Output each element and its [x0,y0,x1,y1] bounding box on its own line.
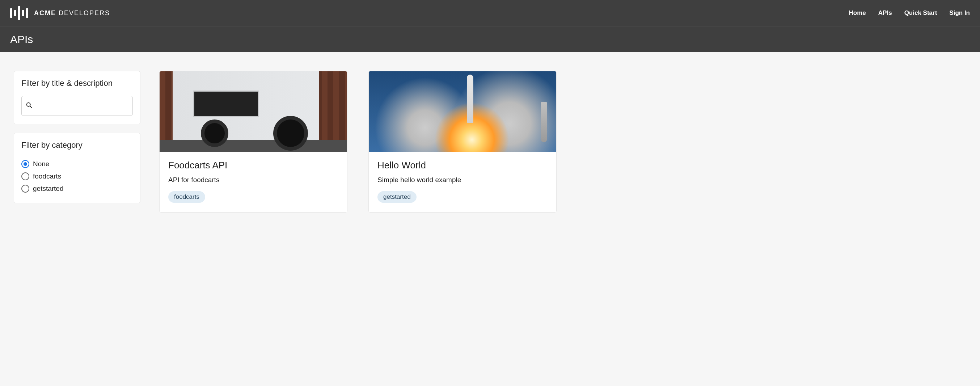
filter-search-panel: Filter by title & description [14,71,140,124]
card-thumb [160,71,347,152]
category-option-getstarted[interactable]: getstarted [21,182,133,195]
card-description: API for foodcarts [168,176,338,184]
filter-category-heading: Filter by category [21,140,133,150]
top-nav: ACME DEVELOPERS Home APIs Quick Start Si… [0,0,980,26]
radio-icon [21,160,29,168]
category-label: getstarted [33,185,64,193]
search-input-wrap[interactable] [21,96,133,116]
brand[interactable]: ACME DEVELOPERS [10,6,110,20]
nav-link-signin[interactable]: Sign In [949,10,970,17]
nav-links: Home APIs Quick Start Sign In [849,10,970,17]
api-cards: Foodcarts API API for foodcarts foodcart… [159,71,557,212]
card-title: Foodcarts API [168,160,338,171]
nav-link-home[interactable]: Home [849,10,866,17]
api-card-foodcarts[interactable]: Foodcarts API API for foodcarts foodcart… [159,71,347,212]
filter-search-heading: Filter by title & description [21,78,133,88]
filter-category-panel: Filter by category None foodcarts getsta… [14,133,140,203]
card-title: Hello World [377,160,547,171]
category-label: foodcarts [33,172,61,180]
card-description: Simple hello world example [377,176,547,184]
radio-icon [21,172,29,180]
card-tag[interactable]: getstarted [377,191,417,203]
page-title: APIs [0,26,980,52]
api-card-helloworld[interactable]: Hello World Simple hello world example g… [368,71,557,212]
card-tag[interactable]: foodcarts [168,191,205,203]
card-body: Hello World Simple hello world example g… [369,152,556,212]
logo-icon [10,6,28,20]
search-icon [25,101,33,111]
card-body: Foodcarts API API for foodcarts foodcart… [160,152,347,212]
brand-heavy: ACME [34,10,56,17]
category-label: None [33,160,49,168]
page-body: Filter by title & description Filter by … [0,52,980,231]
nav-link-apis[interactable]: APIs [878,10,892,17]
category-option-foodcarts[interactable]: foodcarts [21,170,133,182]
brand-name: ACME DEVELOPERS [34,10,110,17]
card-thumb [369,71,556,152]
radio-icon [21,185,29,193]
sidebar: Filter by title & description Filter by … [14,71,140,203]
search-input[interactable] [33,99,129,113]
brand-light: DEVELOPERS [59,10,110,17]
nav-link-quickstart[interactable]: Quick Start [904,10,937,17]
category-option-none[interactable]: None [21,158,133,170]
